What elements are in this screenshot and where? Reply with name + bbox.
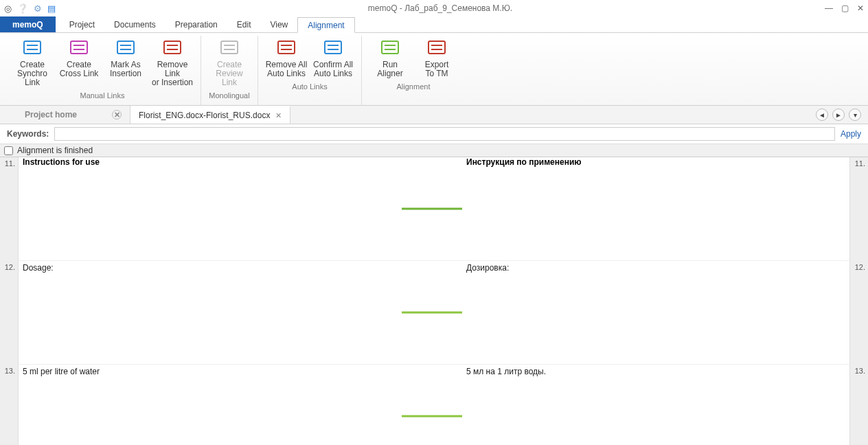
ribbon-button-label: CreateReview Link (208, 60, 251, 87)
ribbon-group-title: Monolingual (209, 89, 249, 101)
link-remove-button[interactable]: Remove Linkor Insertion (150, 36, 195, 89)
source-cell[interactable]: 5 ml per litre of water (19, 365, 402, 445)
ribbon-button-label: Mark AsInsertion (110, 60, 141, 78)
ribbon-button-label: CreateCross Link (60, 60, 99, 78)
svg-rect-15 (278, 41, 295, 54)
row-number-right: 13. (849, 365, 868, 445)
ribbon-group-title: Manual Links (80, 89, 125, 101)
export-tm-button[interactable]: ExportTo TM (414, 36, 459, 80)
menu-view[interactable]: View (260, 16, 297, 32)
ribbon-group: Remove AllAuto Links Confirm AllAuto Lin… (258, 36, 362, 105)
autolink-remove-button[interactable]: Remove AllAuto Links (264, 36, 309, 80)
svg-rect-21 (382, 41, 398, 54)
link-sync-button[interactable]: CreateSynchro Link (10, 36, 55, 89)
ribbon-button-label: Remove Linkor Insertion (151, 60, 194, 87)
quick-access-toolbar: ◎ ❔ ⚙ ▤ (4, 3, 56, 14)
alignment-row[interactable]: 11.Instructions for useИнструкция по при… (0, 157, 868, 261)
menu-bar: memoQ ProjectDocumentsPreparationEditVie… (0, 16, 868, 33)
app-icon[interactable]: ◎ (4, 3, 12, 14)
link-sync-icon (21, 37, 43, 59)
keywords-input[interactable] (54, 127, 835, 141)
ribbon-group-title: Alignment (397, 80, 431, 92)
close-icon[interactable]: ✕ (112, 110, 122, 119)
window-controls: — ▢ ✕ (825, 3, 864, 13)
menu-preparation[interactable]: Preparation (165, 16, 227, 32)
link-remove-icon (161, 37, 183, 59)
run-aligner-button[interactable]: Run Aligner (367, 36, 413, 80)
tab-document[interactable]: Florist_ENG.docx-Florist_RUS.docx ✕ (130, 106, 290, 124)
brand[interactable]: memoQ (0, 16, 56, 32)
target-cell[interactable]: Инструкция по применению (462, 157, 849, 260)
link-review-button: CreateReview Link (207, 36, 252, 89)
link-cell[interactable] (402, 157, 462, 260)
link-insert-button[interactable]: Mark AsInsertion (103, 36, 148, 89)
svg-rect-3 (71, 41, 87, 54)
svg-rect-12 (221, 41, 238, 54)
ribbon-button-label: CreateSynchro Link (11, 60, 54, 87)
ribbon-group: CreateReview LinkMonolingual (201, 36, 258, 105)
tab-label: Florist_ENG.docx-Florist_RUS.docx (139, 111, 270, 120)
menu-project[interactable]: Project (60, 16, 104, 32)
ribbon-group: Run Aligner ExportTo TMAlignment (362, 36, 465, 105)
source-cell[interactable]: Dosage: (19, 261, 402, 364)
autolink-confirm-icon (322, 37, 344, 59)
svg-rect-24 (429, 41, 445, 54)
alignment-status-label: Alignment is finished (17, 146, 93, 155)
document-tabs: Project home ✕ Florist_ENG.docx-Florist_… (0, 106, 868, 124)
link-cell[interactable] (402, 365, 462, 445)
keywords-bar: Keywords: Apply (0, 124, 868, 144)
svg-rect-6 (117, 41, 134, 54)
alignment-grid: 11.Instructions for useИнструкция по при… (0, 157, 868, 445)
close-icon[interactable]: ✕ (275, 111, 282, 120)
target-cell[interactable]: 5 мл на 1 литр воды. (462, 365, 849, 445)
nav-menu-button[interactable]: ▾ (849, 109, 861, 121)
link-cross-icon (68, 37, 90, 59)
row-number-right: 11. (849, 157, 868, 260)
ribbon-button-label: Run Aligner (369, 60, 411, 78)
ribbon-group: CreateSynchro Link CreateCross Link Mark… (4, 36, 201, 105)
ribbon: CreateSynchro Link CreateCross Link Mark… (0, 33, 868, 106)
menu-edit[interactable]: Edit (227, 16, 261, 32)
row-number-left: 11. (0, 157, 19, 260)
row-number-right: 12. (849, 261, 868, 364)
run-aligner-icon (379, 37, 401, 59)
svg-rect-9 (164, 41, 181, 54)
export-tm-icon (426, 37, 448, 59)
settings-icon[interactable]: ⚙ (34, 3, 42, 14)
menu-alignment[interactable]: Alignment (297, 17, 354, 33)
link-cross-button[interactable]: CreateCross Link (56, 36, 102, 89)
alignment-finished-checkbox[interactable] (4, 146, 13, 155)
help-icon[interactable]: ❔ (17, 3, 28, 14)
autolink-remove-icon (275, 37, 297, 59)
menu-documents[interactable]: Documents (104, 16, 165, 32)
maximize-button[interactable]: ▢ (841, 3, 849, 13)
tab-project-home[interactable]: Project home ✕ (0, 106, 130, 124)
ribbon-button-label: ExportTo TM (425, 60, 449, 78)
svg-rect-18 (325, 41, 341, 54)
alignment-status-bar: Alignment is finished (0, 144, 868, 157)
ribbon-button-label: Remove AllAuto Links (266, 60, 308, 78)
window-title: memoQ - Лаб_раб_9_Семенова М.Ю. (56, 3, 825, 13)
close-button[interactable]: ✕ (857, 3, 864, 13)
apply-button[interactable]: Apply (841, 129, 861, 139)
title-bar: ◎ ❔ ⚙ ▤ memoQ - Лаб_раб_9_Семенова М.Ю. … (0, 0, 868, 16)
ribbon-group-title: Auto Links (292, 80, 327, 92)
keywords-label: Keywords: (7, 129, 49, 139)
row-number-left: 12. (0, 261, 19, 364)
ribbon-button-label: Confirm AllAuto Links (313, 60, 353, 78)
target-cell[interactable]: Дозировка: (462, 261, 849, 364)
source-cell[interactable]: Instructions for use (19, 157, 402, 260)
svg-rect-0 (24, 41, 41, 54)
alignment-row[interactable]: 12.Dosage:Дозировка:12. (0, 261, 868, 365)
link-insert-icon (115, 37, 137, 59)
autolink-confirm-button[interactable]: Confirm AllAuto Links (310, 36, 356, 80)
alignment-row[interactable]: 13.5 ml per litre of water5 мл на 1 литр… (0, 365, 868, 445)
link-cell[interactable] (402, 261, 462, 364)
row-number-left: 13. (0, 365, 19, 445)
tab-label: Project home (25, 110, 77, 119)
link-review-icon (218, 37, 240, 59)
nav-next-button[interactable]: ► (832, 109, 845, 121)
nav-prev-button[interactable]: ◄ (816, 109, 828, 121)
notes-icon[interactable]: ▤ (47, 3, 56, 14)
minimize-button[interactable]: — (825, 3, 833, 13)
